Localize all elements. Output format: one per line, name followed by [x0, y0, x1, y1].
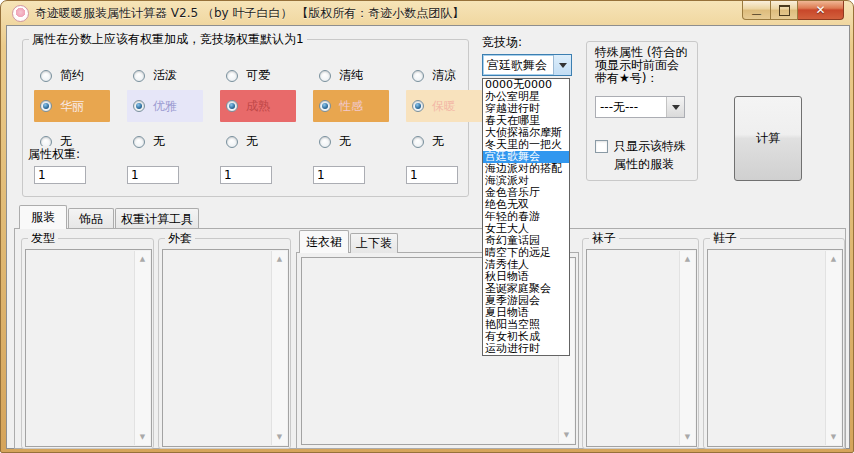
radio-unchecked-icon[interactable]: [133, 136, 145, 148]
arena-label: 竞技场:: [482, 34, 522, 51]
arena-option[interactable]: 春天在哪里: [483, 115, 569, 127]
calculate-button-label: 计算: [756, 130, 780, 147]
arena-option[interactable]: 海滨派对: [483, 175, 569, 187]
radio-unchecked-icon[interactable]: [319, 136, 331, 148]
weight-input[interactable]: [313, 166, 365, 184]
shoes-listbox[interactable]: ▲ ▼: [707, 249, 843, 447]
arena-option[interactable]: 夏日物语: [483, 307, 569, 319]
attr-option-chengshu-selected[interactable]: 成熟: [220, 90, 296, 122]
scrollbar[interactable]: ▲ ▼: [134, 251, 150, 445]
tab-accessories[interactable]: 饰品: [68, 208, 114, 229]
radio-unchecked-icon[interactable]: [40, 70, 52, 82]
attr-option-youya-selected[interactable]: 优雅: [127, 90, 203, 122]
scrollbar[interactable]: ▲ ▼: [825, 251, 841, 445]
radio-checked-icon[interactable]: [412, 100, 424, 112]
dropdown-button[interactable]: [666, 97, 684, 117]
radio-checked-icon[interactable]: [133, 100, 145, 112]
attr-option-label: 活泼: [153, 67, 177, 84]
scroll-up-icon[interactable]: ▲: [680, 254, 695, 264]
window-controls: — ✕: [742, 1, 844, 20]
arena-option[interactable]: 夏季游园会: [483, 295, 569, 307]
radio-checked-icon[interactable]: [226, 100, 238, 112]
scroll-up-icon[interactable]: ▲: [826, 254, 841, 264]
calculate-button[interactable]: 计算: [734, 96, 802, 181]
hair-listbox[interactable]: ▲ ▼: [25, 249, 152, 447]
app-window: 奇迹暖暖服装属性计算器 V2.5 （by 叶子白白） 【版权所有：奇迹小数点团队…: [0, 0, 854, 453]
arena-option[interactable]: 清秀佳人: [483, 259, 569, 271]
arena-combobox[interactable]: 宫廷歌舞会: [482, 54, 572, 76]
tab-clothes[interactable]: 服装: [19, 205, 67, 229]
attr-option-none[interactable]: 无: [220, 134, 296, 149]
arena-option[interactable]: 年轻的春游: [483, 211, 569, 223]
arena-option[interactable]: 0000无0000: [483, 79, 569, 91]
arena-option[interactable]: 绝色无双: [483, 199, 569, 211]
arena-option[interactable]: 圣诞家庭聚会: [483, 283, 569, 295]
arena-option[interactable]: 冬天里的一把火: [483, 139, 569, 151]
arena-option[interactable]: 晴空下的远足: [483, 247, 569, 259]
radio-unchecked-icon[interactable]: [412, 70, 424, 82]
scrollbar[interactable]: ▲ ▼: [679, 251, 695, 445]
attr-option-none[interactable]: 无: [127, 134, 203, 149]
arena-option-selected[interactable]: 宫廷歌舞会: [483, 151, 569, 163]
radio-unchecked-icon[interactable]: [412, 136, 424, 148]
scroll-up-icon[interactable]: ▲: [272, 254, 287, 264]
tab-separates[interactable]: 上下装: [350, 233, 398, 253]
tab-dress[interactable]: 连衣裙: [299, 230, 349, 253]
special-checkbox-label-line2: 属性的服装: [614, 157, 674, 171]
weight-input[interactable]: [34, 166, 86, 184]
radio-unchecked-icon[interactable]: [133, 70, 145, 82]
arena-option[interactable]: 女王大人: [483, 223, 569, 235]
coat-listbox[interactable]: ▲ ▼: [162, 249, 289, 447]
socks-listbox[interactable]: ▲ ▼: [586, 249, 697, 447]
attr-option-qingchun[interactable]: 清纯: [313, 68, 389, 83]
arena-option[interactable]: 有女初长成: [483, 331, 569, 343]
attr-option-baonuan-selected[interactable]: 保暖: [406, 90, 482, 122]
arena-option[interactable]: 艳阳当空照: [483, 319, 569, 331]
radio-unchecked-icon[interactable]: [319, 70, 331, 82]
weight-input[interactable]: [406, 166, 458, 184]
attr-option-label: 无: [153, 133, 165, 150]
attr-option-huopo[interactable]: 活泼: [127, 68, 203, 83]
radio-unchecked-icon[interactable]: [226, 136, 238, 148]
arena-option[interactable]: 穿越进行时: [483, 103, 569, 115]
attr-option-keai[interactable]: 可爱: [220, 68, 296, 83]
hair-group-title: 发型: [28, 231, 58, 245]
arena-option[interactable]: 办公室明星: [483, 91, 569, 103]
special-combobox[interactable]: ---无---: [595, 96, 685, 118]
radio-checked-icon[interactable]: [319, 100, 331, 112]
weight-input[interactable]: [127, 166, 179, 184]
attr-option-label: 成熟: [246, 98, 270, 115]
attr-option-xinggan-selected[interactable]: 性感: [313, 90, 389, 122]
attribute-column: 简约 华丽 无: [32, 64, 120, 194]
scroll-up-icon[interactable]: ▲: [135, 254, 150, 264]
radio-checked-icon[interactable]: [40, 100, 52, 112]
attr-option-huali-selected[interactable]: 华丽: [34, 90, 110, 122]
scroll-down-icon[interactable]: ▼: [680, 432, 695, 442]
close-button[interactable]: ✕: [798, 1, 844, 20]
arena-option[interactable]: 奇幻童话园: [483, 235, 569, 247]
weight-input[interactable]: [220, 166, 272, 184]
arena-option[interactable]: 大侦探福尔摩斯: [483, 127, 569, 139]
special-groupbox: 特殊属性 (符合的 项显示时前面会 带有★号)： ---无--- 只显示该特殊 …: [586, 41, 698, 181]
arena-option[interactable]: 秋日物语: [483, 271, 569, 283]
scroll-down-icon[interactable]: ▼: [272, 432, 287, 442]
maximize-button[interactable]: [771, 1, 798, 20]
chevron-down-icon: [672, 105, 680, 110]
attr-option-none[interactable]: 无: [313, 134, 389, 149]
attr-option-jianyue[interactable]: 简约: [34, 68, 110, 83]
minimize-button[interactable]: —: [742, 1, 771, 20]
arena-option[interactable]: 海边派对的搭配: [483, 163, 569, 175]
scroll-down-icon[interactable]: ▼: [826, 432, 841, 442]
arena-option[interactable]: 运动进行时: [483, 343, 569, 355]
attribute-column: 清纯 性感 无: [311, 64, 399, 194]
radio-unchecked-icon[interactable]: [226, 70, 238, 82]
tab-weight-tool[interactable]: 权重计算工具: [115, 208, 199, 229]
attr-option-none[interactable]: 无: [406, 134, 482, 149]
scrollbar[interactable]: ▲ ▼: [271, 251, 287, 445]
dropdown-button[interactable]: [553, 55, 571, 75]
attr-option-qingliang[interactable]: 清凉: [406, 68, 482, 83]
special-only-checkbox[interactable]: [595, 140, 608, 153]
scroll-down-icon[interactable]: ▼: [559, 430, 574, 440]
scroll-down-icon[interactable]: ▼: [135, 432, 150, 442]
arena-option[interactable]: 金色音乐厅: [483, 187, 569, 199]
